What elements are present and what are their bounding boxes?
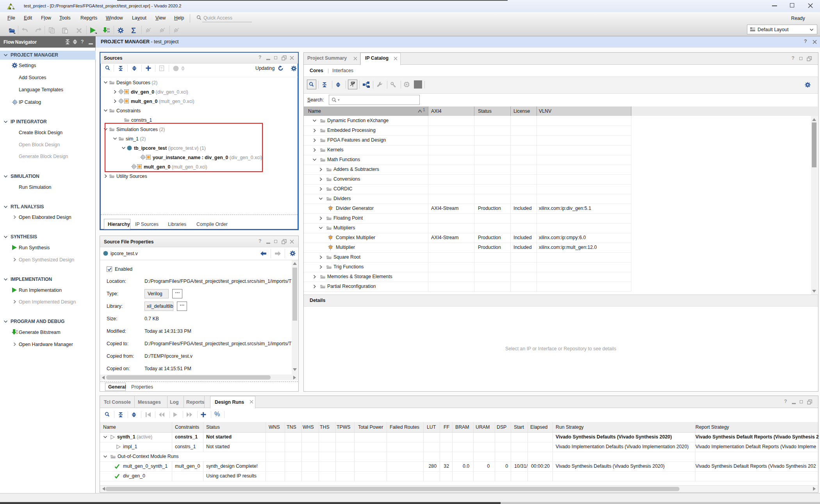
svg-text:10: 10 [107,30,110,33]
svg-text:10: 10 [16,332,18,335]
svg-text:?: ? [160,66,162,70]
svg-text:01: 01 [107,28,110,30]
